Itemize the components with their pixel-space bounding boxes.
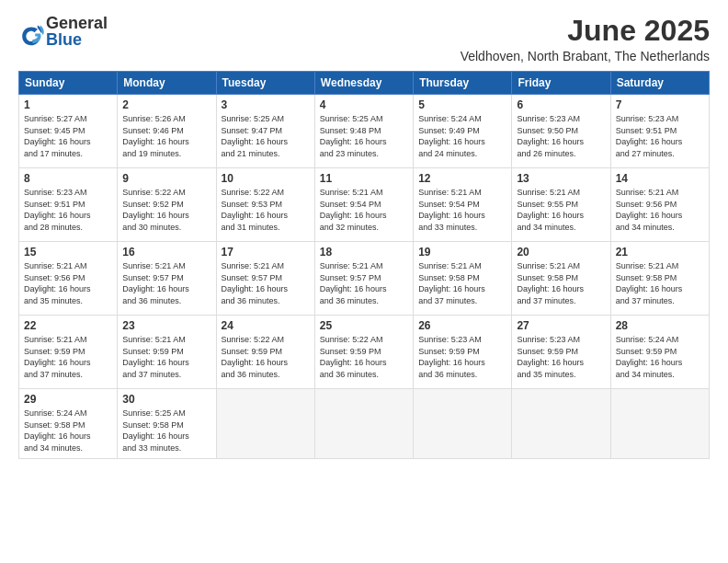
week-row-2: 8 Sunrise: 5:23 AMSunset: 9:51 PMDayligh… [19,168,710,242]
location-title: Veldhoven, North Brabant, The Netherland… [461,49,710,63]
table-row: 9 Sunrise: 5:22 AMSunset: 9:52 PMDayligh… [118,168,216,242]
table-row: 19 Sunrise: 5:21 AMSunset: 9:58 PMDaylig… [414,242,512,316]
table-row: 22 Sunrise: 5:21 AMSunset: 9:59 PMDaylig… [19,316,118,389]
table-row: 30 Sunrise: 5:25 AMSunset: 9:58 PMDaylig… [118,389,216,458]
table-row: 11 Sunrise: 5:21 AMSunset: 9:54 PMDaylig… [314,168,413,242]
col-saturday: Saturday [610,72,709,95]
week-row-1: 1 Sunrise: 5:27 AMSunset: 9:45 PMDayligh… [19,95,710,168]
table-row [216,389,314,458]
table-row: 6 Sunrise: 5:23 AMSunset: 9:50 PMDayligh… [512,95,610,168]
logo-text: General Blue [46,15,108,48]
table-row [512,389,610,458]
col-monday: Monday [118,72,216,95]
col-thursday: Thursday [414,72,512,95]
title-block: June 2025 Veldhoven, North Brabant, The … [461,15,710,63]
table-row [414,389,512,458]
table-row: 13 Sunrise: 5:21 AMSunset: 9:55 PMDaylig… [512,168,610,242]
table-row: 23 Sunrise: 5:21 AMSunset: 9:59 PMDaylig… [118,316,216,389]
logo-blue: Blue [46,30,82,49]
table-row: 4 Sunrise: 5:25 AMSunset: 9:48 PMDayligh… [314,95,413,168]
table-row: 26 Sunrise: 5:23 AMSunset: 9:59 PMDaylig… [414,316,512,389]
week-row-5: 29 Sunrise: 5:24 AMSunset: 9:58 PMDaylig… [19,389,710,458]
week-row-3: 15 Sunrise: 5:21 AMSunset: 9:56 PMDaylig… [19,242,710,316]
table-row: 28 Sunrise: 5:24 AMSunset: 9:59 PMDaylig… [610,316,709,389]
logo: General Blue [18,15,108,48]
col-sunday: Sunday [19,72,118,95]
table-row: 8 Sunrise: 5:23 AMSunset: 9:51 PMDayligh… [19,168,118,242]
table-row: 2 Sunrise: 5:26 AMSunset: 9:46 PMDayligh… [118,95,216,168]
calendar: Sunday Monday Tuesday Wednesday Thursday… [18,71,710,458]
table-row: 12 Sunrise: 5:21 AMSunset: 9:54 PMDaylig… [414,168,512,242]
table-row: 5 Sunrise: 5:24 AMSunset: 9:49 PMDayligh… [414,95,512,168]
table-row: 15 Sunrise: 5:21 AMSunset: 9:56 PMDaylig… [19,242,118,316]
page: General Blue June 2025 Veldhoven, North … [0,0,728,563]
month-title: June 2025 [461,15,710,47]
table-row: 18 Sunrise: 5:21 AMSunset: 9:57 PMDaylig… [314,242,413,316]
table-row: 21 Sunrise: 5:21 AMSunset: 9:58 PMDaylig… [610,242,709,316]
table-row [610,389,709,458]
table-row [314,389,413,458]
col-tuesday: Tuesday [216,72,314,95]
logo-icon [18,22,44,48]
header-row: Sunday Monday Tuesday Wednesday Thursday… [19,72,710,95]
table-row: 29 Sunrise: 5:24 AMSunset: 9:58 PMDaylig… [19,389,118,458]
table-row: 1 Sunrise: 5:27 AMSunset: 9:45 PMDayligh… [19,95,118,168]
col-wednesday: Wednesday [314,72,413,95]
table-row: 27 Sunrise: 5:23 AMSunset: 9:59 PMDaylig… [512,316,610,389]
header: General Blue June 2025 Veldhoven, North … [18,15,710,63]
table-row: 20 Sunrise: 5:21 AMSunset: 9:58 PMDaylig… [512,242,610,316]
table-row: 14 Sunrise: 5:21 AMSunset: 9:56 PMDaylig… [610,168,709,242]
table-row: 17 Sunrise: 5:21 AMSunset: 9:57 PMDaylig… [216,242,314,316]
table-row: 10 Sunrise: 5:22 AMSunset: 9:53 PMDaylig… [216,168,314,242]
table-row: 3 Sunrise: 5:25 AMSunset: 9:47 PMDayligh… [216,95,314,168]
table-row: 25 Sunrise: 5:22 AMSunset: 9:59 PMDaylig… [314,316,413,389]
table-row: 16 Sunrise: 5:21 AMSunset: 9:57 PMDaylig… [118,242,216,316]
logo-text-block: General Blue [46,15,108,48]
table-row: 24 Sunrise: 5:22 AMSunset: 9:59 PMDaylig… [216,316,314,389]
week-row-4: 22 Sunrise: 5:21 AMSunset: 9:59 PMDaylig… [19,316,710,389]
col-friday: Friday [512,72,610,95]
logo-general: General [46,14,108,32]
table-row: 7 Sunrise: 5:23 AMSunset: 9:51 PMDayligh… [610,95,709,168]
